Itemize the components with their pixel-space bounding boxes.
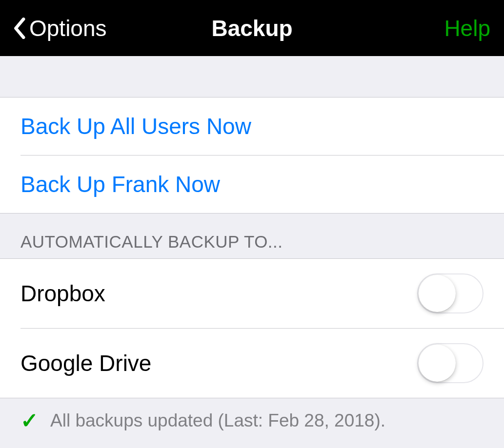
google-drive-label: Google Drive <box>20 350 151 376</box>
actions-section: Back Up All Users Now Back Up Frank Now <box>0 97 504 214</box>
auto-backup-section: Dropbox Google Drive <box>0 258 504 398</box>
toggle-knob <box>419 345 456 382</box>
back-label: Options <box>29 15 107 41</box>
backup-user-label: Back Up Frank Now <box>20 171 220 197</box>
spacer <box>0 56 504 97</box>
dropbox-label: Dropbox <box>20 280 105 307</box>
google-drive-row: Google Drive <box>0 329 504 398</box>
chevron-left-icon <box>14 18 26 39</box>
google-drive-toggle[interactable] <box>417 343 484 383</box>
back-button[interactable]: Options <box>14 15 107 41</box>
status-text: All backups updated (Last: Feb 28, 2018)… <box>50 410 385 431</box>
dropbox-toggle[interactable] <box>417 273 484 313</box>
backup-user-button[interactable]: Back Up Frank Now <box>0 156 504 213</box>
toggle-knob <box>419 275 456 312</box>
dropbox-row: Dropbox <box>0 259 504 328</box>
auto-backup-header: AUTOMATICALLY BACKUP TO... <box>0 214 504 258</box>
checkmark-icon: ✓ <box>20 408 39 433</box>
backup-all-button[interactable]: Back Up All Users Now <box>0 97 504 155</box>
help-button[interactable]: Help <box>444 15 490 41</box>
status-footer: ✓ All backups updated (Last: Feb 28, 201… <box>0 398 504 443</box>
backup-all-label: Back Up All Users Now <box>20 113 251 139</box>
navbar: Options Backup Help <box>0 0 504 56</box>
page-title: Backup <box>211 15 292 41</box>
